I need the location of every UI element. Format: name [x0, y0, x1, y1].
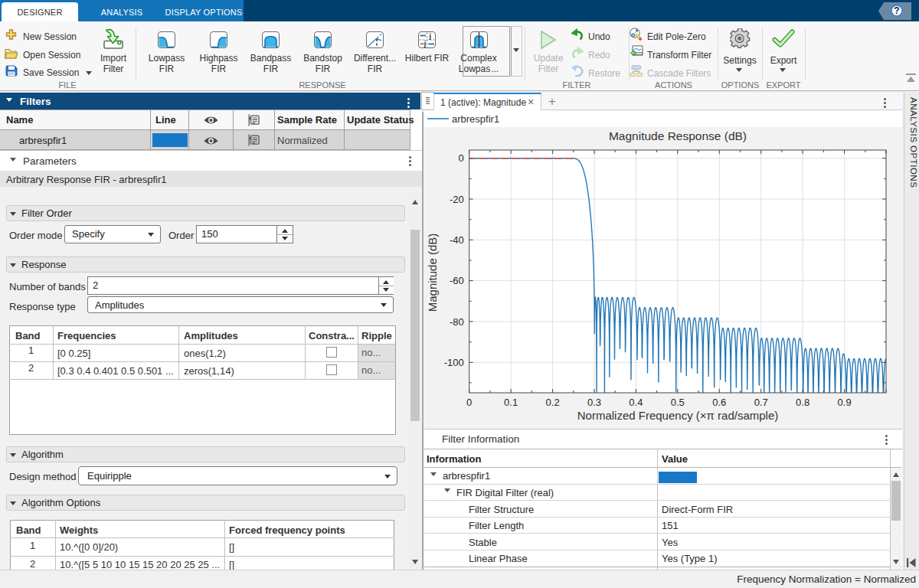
svg-text:0: 0: [458, 152, 463, 164]
svg-text:0.3: 0.3: [587, 397, 601, 408]
svg-text:Magnitude Response (dB): Magnitude Response (dB): [609, 129, 747, 142]
svg-text:-100: -100: [444, 357, 464, 368]
svg-text:−j: −j: [420, 40, 427, 47]
svg-text:0.6: 0.6: [712, 397, 726, 408]
svg-text:?: ?: [894, 5, 899, 16]
svg-text:0.8: 0.8: [796, 397, 809, 408]
svg-text:-60: -60: [450, 275, 464, 286]
svg-text:Normalized Frequency (×π rad/s: Normalized Frequency (×π rad/sample): [577, 409, 779, 422]
svg-text:0.2: 0.2: [546, 397, 560, 408]
svg-text:-20: -20: [450, 194, 464, 205]
svg-text:0.5: 0.5: [671, 397, 685, 408]
svg-text:0: 0: [466, 397, 472, 408]
svg-text:0.7: 0.7: [754, 397, 768, 408]
svg-text:-40: -40: [450, 234, 464, 246]
svg-text:0.4: 0.4: [629, 397, 643, 408]
svg-text:0.9: 0.9: [838, 397, 852, 408]
svg-text:j: j: [429, 32, 432, 40]
svg-text:Magnitude (dB): Magnitude (dB): [426, 234, 439, 312]
svg-text:-80: -80: [450, 316, 464, 328]
svg-text:0.1: 0.1: [504, 397, 518, 408]
